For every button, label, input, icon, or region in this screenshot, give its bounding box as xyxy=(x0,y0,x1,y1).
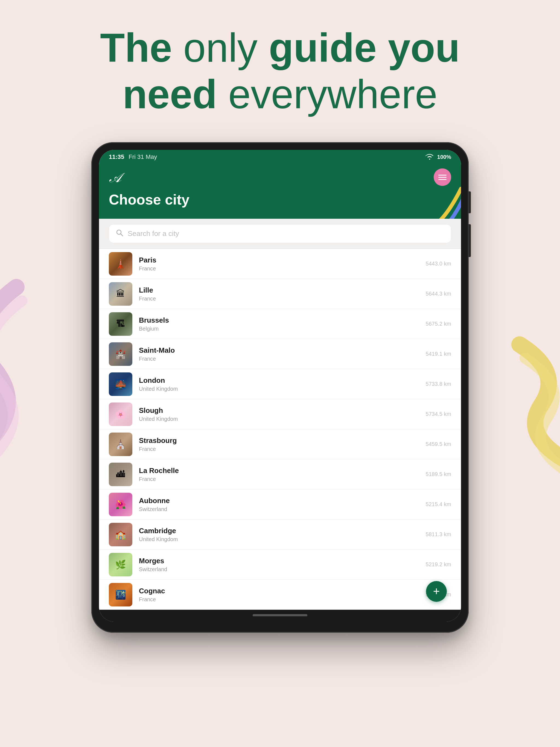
search-icon xyxy=(116,229,123,238)
city-thumbnail: 🏙 xyxy=(109,463,132,486)
city-name: Cognac xyxy=(139,587,426,595)
city-country: Switzerland xyxy=(139,566,426,572)
city-item[interactable]: 🌿MorgesSwitzerland5219.2 km xyxy=(99,549,461,579)
city-thumbnail: 🌉 xyxy=(109,372,132,396)
city-thumbnail: 🌺 xyxy=(109,493,132,516)
search-placeholder: Search for a city xyxy=(128,229,179,238)
city-info: BrusselsBelgium xyxy=(139,316,426,332)
battery-text: 100% xyxy=(437,154,451,160)
city-country: Belgium xyxy=(139,326,426,332)
headline-everywhere: everywhere xyxy=(228,72,437,117)
home-indicator-bar xyxy=(253,614,307,616)
svg-rect-3 xyxy=(438,179,447,180)
city-distance: 5733.8 km xyxy=(426,381,451,387)
city-info: LilleFrance xyxy=(139,286,426,302)
city-country: United Kingdom xyxy=(139,416,426,422)
city-thumbnail: 🗼 xyxy=(109,252,132,276)
city-item[interactable]: 🌉LondonUnited Kingdom5733.8 km xyxy=(99,369,461,399)
city-item[interactable]: 🌃CognacFrance5156.8 km+ xyxy=(99,579,461,610)
svg-rect-2 xyxy=(438,177,447,178)
city-thumbnail: 🌿 xyxy=(109,553,132,576)
status-right: 100% xyxy=(425,154,451,160)
city-distance: 5675.2 km xyxy=(426,321,451,327)
header-decoration xyxy=(412,186,461,219)
city-info: LondonUnited Kingdom xyxy=(139,376,426,392)
city-name: Paris xyxy=(139,256,426,264)
tablet: 11:35 Fri 31 May 100% xyxy=(91,142,469,633)
status-date: Fri 31 May xyxy=(128,153,157,160)
city-country: France xyxy=(139,596,426,602)
city-country: France xyxy=(139,265,426,272)
city-country: Switzerland xyxy=(139,506,426,512)
city-country: France xyxy=(139,295,426,302)
city-name: La Rochelle xyxy=(139,466,426,475)
status-bar: 11:35 Fri 31 May 100% xyxy=(99,150,461,164)
city-name: Cambridge xyxy=(139,526,426,535)
app-header-top: 𝒜 xyxy=(109,169,451,186)
fab-button[interactable]: + xyxy=(426,581,447,602)
city-distance: 5215.4 km xyxy=(426,501,451,508)
city-name: Brussels xyxy=(139,316,426,325)
city-info: La RochelleFrance xyxy=(139,466,426,482)
city-thumbnail: ⛪ xyxy=(109,433,132,456)
svg-line-5 xyxy=(121,234,123,236)
city-thumbnail: 🏛 xyxy=(109,282,132,306)
city-item[interactable]: 🌺AubonneSwitzerland5215.4 km xyxy=(99,489,461,519)
tablet-screen: 11:35 Fri 31 May 100% xyxy=(99,150,461,622)
tablet-outer: 11:35 Fri 31 May 100% xyxy=(91,142,469,633)
city-distance: 5811.3 km xyxy=(426,531,451,538)
city-distance: 5443.0 km xyxy=(426,261,451,267)
city-info: CambridgeUnited Kingdom xyxy=(139,526,426,542)
city-item[interactable]: 🏫CambridgeUnited Kingdom5811.3 km xyxy=(99,519,461,549)
app-title: Choose city xyxy=(109,191,451,208)
search-container: Search for a city xyxy=(99,219,461,249)
city-distance: 5219.2 km xyxy=(426,561,451,568)
status-time: 11:35 xyxy=(109,153,124,160)
city-name: Slough xyxy=(139,406,426,415)
city-info: Saint-MaloFrance xyxy=(139,346,426,362)
city-item[interactable]: 🏛LilleFrance5644.3 km xyxy=(99,279,461,309)
city-thumbnail: 🌃 xyxy=(109,583,132,607)
city-item[interactable]: 🗼ParisFrance5443.0 km xyxy=(99,249,461,279)
city-name: Morges xyxy=(139,557,426,565)
city-country: United Kingdom xyxy=(139,536,426,542)
city-info: StrasbourgFrance xyxy=(139,436,426,452)
city-distance: 5459.5 km xyxy=(426,441,451,447)
search-bar[interactable]: Search for a city xyxy=(109,224,451,243)
svg-rect-1 xyxy=(438,175,447,176)
city-item[interactable]: 🌸SloughUnited Kingdom5734.5 km xyxy=(99,399,461,429)
city-info: ParisFrance xyxy=(139,256,426,272)
headline-only: only xyxy=(183,25,258,70)
city-country: France xyxy=(139,476,426,482)
headline: The only guide you need everywhere xyxy=(0,25,560,118)
city-distance: 5189.5 km xyxy=(426,471,451,478)
city-info: MorgesSwitzerland xyxy=(139,557,426,572)
city-name: Saint-Malo xyxy=(139,346,426,355)
menu-button[interactable] xyxy=(434,169,451,186)
app-header: 𝒜 Choose city xyxy=(99,164,461,219)
app-logo: 𝒜 xyxy=(109,171,125,184)
city-item[interactable]: 🏗BrusselsBelgium5675.2 km xyxy=(99,309,461,339)
city-info: SloughUnited Kingdom xyxy=(139,406,426,422)
headline-need: need xyxy=(123,72,217,117)
city-thumbnail: 🏰 xyxy=(109,342,132,366)
city-thumbnail: 🏫 xyxy=(109,523,132,546)
city-list: 🗼ParisFrance5443.0 km🏛LilleFrance5644.3 … xyxy=(99,249,461,610)
city-item[interactable]: 🏙La RochelleFrance5189.5 km xyxy=(99,459,461,489)
city-name: Strasbourg xyxy=(139,436,426,445)
city-distance: 5734.5 km xyxy=(426,411,451,417)
city-name: London xyxy=(139,376,426,385)
city-info: CognacFrance xyxy=(139,587,426,602)
headline-the: The xyxy=(100,25,172,70)
city-country: United Kingdom xyxy=(139,386,426,392)
city-item[interactable]: ⛪StrasbourgFrance5459.5 km xyxy=(99,429,461,459)
headline-guide-you: guide you xyxy=(269,25,460,70)
city-thumbnail: 🏗 xyxy=(109,312,132,336)
home-indicator xyxy=(99,610,461,622)
city-name: Lille xyxy=(139,286,426,294)
svg-text:𝒜: 𝒜 xyxy=(109,171,125,184)
city-info: AubonneSwitzerland xyxy=(139,496,426,512)
wifi-icon xyxy=(425,154,434,160)
hamburger-icon xyxy=(438,173,447,181)
city-item[interactable]: 🏰Saint-MaloFrance5419.1 km xyxy=(99,339,461,369)
